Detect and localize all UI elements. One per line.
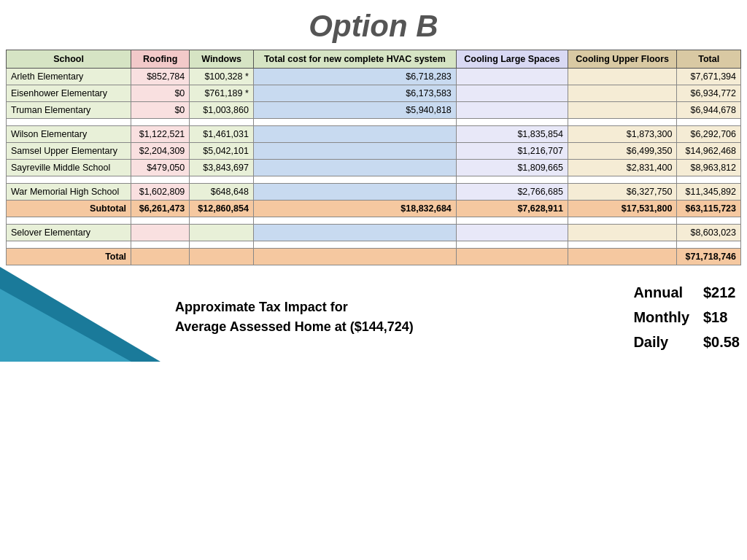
cell-windows: $1,461,031 [190,126,254,143]
subtotal-school: Subtotal [7,201,131,217]
cell-cooling_large: $1,809,665 [456,160,568,176]
footer-section: Approximate Tax Impact for Average Asses… [0,267,747,362]
cell-total: $6,934,772 [677,85,741,102]
total-row: Total$71,718,746 [7,249,741,265]
total-cooling_upper [568,249,676,265]
cell-hvac [253,126,456,143]
cell-school: Selover Elementary [7,225,131,241]
footer-daily-value: $0.58 [703,330,740,354]
cell-windows: $648,648 [190,184,254,201]
cell-windows [190,225,254,241]
cell-roofing: $852,784 [131,69,190,85]
spacer-row [7,176,741,184]
cell-school: War Memorial High School [7,184,131,201]
subtotal-row: Subtotal$6,261,473$12,860,854$18,832,684… [7,201,741,217]
cell-total: $6,944,678 [677,102,741,119]
header-cooling-large: Cooling Large Spaces [456,50,568,69]
main-table: School Roofing Windows Total cost for ne… [6,50,741,265]
footer-annual-value: $212 [703,280,736,305]
cell-cooling_large [456,102,568,119]
cell-windows: $1,003,860 [190,102,254,119]
footer-monthly-value: $18 [703,305,727,330]
footer-tax-line1: Approximate Tax Impact for [175,298,414,317]
cell-windows: $5,042,101 [190,143,254,160]
subtotal-cooling_large: $7,628,911 [456,201,568,217]
cell-hvac [253,160,456,176]
table-wrapper: School Roofing Windows Total cost for ne… [0,50,747,265]
total-total: $71,718,746 [677,249,741,265]
total-school: Total [7,249,131,265]
subtotal-hvac: $18,832,684 [253,201,456,217]
subtotal-total: $63,115,723 [677,201,741,217]
cell-cooling_large: $2,766,685 [456,184,568,201]
cell-hvac: $6,718,283 [253,69,456,85]
subtotal-windows: $12,860,854 [190,201,254,217]
cell-total: $14,962,468 [677,143,741,160]
table-row: Eisenhower Elementary$0$761,189 *$6,173,… [7,85,741,102]
table-row: Samsel Upper Elementary$2,204,309$5,042,… [7,143,741,160]
cell-cooling_upper [568,69,676,85]
footer-text: Approximate Tax Impact for Average Asses… [160,273,747,362]
header-school: School [7,50,131,69]
cell-cooling_upper [568,85,676,102]
cell-windows: $761,189 * [190,85,254,102]
cell-school: Samsel Upper Elementary [7,143,131,160]
cell-school: Eisenhower Elementary [7,85,131,102]
cell-school: Arleth Elementary [7,69,131,85]
table-row: Truman Elementary$0$1,003,860$5,940,818$… [7,102,741,119]
subtotal-roofing: $6,261,473 [131,201,190,217]
cell-roofing: $2,204,309 [131,143,190,160]
cell-windows: $3,843,697 [190,160,254,176]
table-row: War Memorial High School$1,602,809$648,6… [7,184,741,201]
table-row: Arleth Elementary$852,784$100,328 *$6,71… [7,69,741,85]
cell-roofing: $0 [131,102,190,119]
header-total: Total [677,50,741,69]
header-cooling-upper: Cooling Upper Floors [568,50,676,69]
spacer-row [7,241,741,249]
total-windows [190,249,254,265]
cell-cooling_upper: $6,327,750 [568,184,676,201]
header-windows: Windows [190,50,254,69]
cell-school: Wilson Elementary [7,126,131,143]
cell-windows: $100,328 * [190,69,254,85]
cell-total: $8,603,023 [677,225,741,241]
header-hvac: Total cost for new complete HVAC system [253,50,456,69]
cell-school: Sayreville Middle School [7,160,131,176]
cell-hvac [253,225,456,241]
cell-cooling_large: $1,835,854 [456,126,568,143]
cell-roofing: $1,602,809 [131,184,190,201]
footer-annual: Annual $212 [633,280,740,305]
cell-total: $6,292,706 [677,126,741,143]
footer-daily: Daily $0.58 [633,330,740,354]
cell-total: $7,671,394 [677,69,741,85]
cell-cooling_upper [568,102,676,119]
cell-cooling_large [456,69,568,85]
cell-cooling_upper: $2,831,400 [568,160,676,176]
total-roofing [131,249,190,265]
table-row: Wilson Elementary$1,122,521$1,461,031$1,… [7,126,741,143]
cell-roofing: $479,050 [131,160,190,176]
footer-tax-info: Approximate Tax Impact for Average Asses… [175,298,414,337]
table-row: Selover Elementary$8,603,023 [7,225,741,241]
footer-amounts: Annual $212 Monthly $18 Daily $0.58 [633,280,740,354]
cell-cooling_large [456,85,568,102]
page-title: Option B [0,0,747,50]
cell-roofing: $0 [131,85,190,102]
cell-roofing: $1,122,521 [131,126,190,143]
svg-marker-1 [0,289,131,362]
cell-cooling_upper [568,225,676,241]
cell-hvac: $6,173,583 [253,85,456,102]
cell-hvac: $5,940,818 [253,102,456,119]
subtotal-cooling_upper: $17,531,800 [568,201,676,217]
header-roofing: Roofing [131,50,190,69]
footer-monthly: Monthly $18 [633,305,740,330]
cell-cooling_large [456,225,568,241]
total-cooling_large [456,249,568,265]
footer-annual-label: Annual [633,280,699,305]
cell-school: Truman Elementary [7,102,131,119]
footer-triangle [0,267,160,362]
table-row: Sayreville Middle School$479,050$3,843,6… [7,160,741,176]
cell-total: $11,345,892 [677,184,741,201]
cell-roofing [131,225,190,241]
cell-cooling_upper: $1,873,300 [568,126,676,143]
